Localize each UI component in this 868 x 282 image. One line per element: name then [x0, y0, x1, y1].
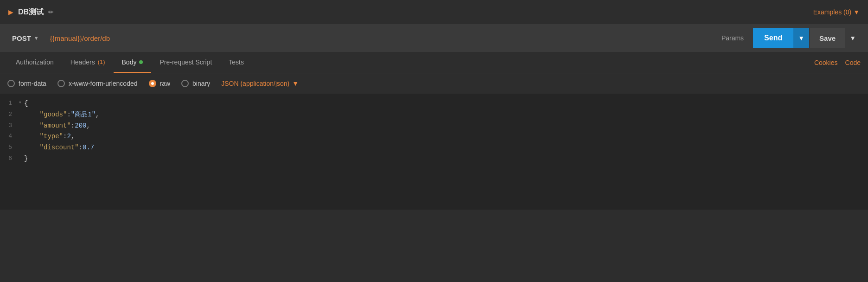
code-content-5: "discount":0.7: [24, 142, 94, 154]
code-link[interactable]: Code: [845, 59, 861, 66]
tab-authorization-label: Authorization: [16, 58, 54, 66]
radio-urlencoded-label: x-www-form-urlencoded: [69, 80, 138, 87]
line-num-4: 4: [5, 131, 19, 141]
edit-icon[interactable]: ✏: [48, 8, 54, 16]
line-num-1: 1: [5, 98, 19, 109]
url-input-wrapper: [44, 34, 712, 42]
code-line-4: 4 "type":2,: [0, 131, 868, 142]
top-bar-left: ▶ DB测试 ✏: [8, 7, 54, 17]
radio-form-data-label: form-data: [19, 80, 46, 87]
radio-urlencoded-circle: [57, 80, 65, 87]
method-chevron-icon: ▼: [34, 35, 39, 41]
code-content-2: "goods":"商品1",: [24, 109, 99, 121]
tabs-left: Authorization Headers (1) Body Pre-reque…: [7, 52, 252, 73]
tab-body-dot-icon: [139, 60, 143, 64]
line-num-3: 3: [5, 121, 19, 131]
save-chevron-button[interactable]: ▼: [845, 28, 861, 48]
tab-tests-label: Tests: [229, 58, 244, 66]
radio-form-data-circle: [7, 80, 15, 87]
code-content-6: }: [24, 154, 28, 165]
line-num-6: 6: [5, 154, 19, 164]
tabs-row: Authorization Headers (1) Body Pre-reque…: [0, 52, 868, 73]
radio-urlencoded[interactable]: x-www-form-urlencoded: [57, 80, 138, 87]
tab-authorization[interactable]: Authorization: [7, 52, 62, 73]
tab-tests[interactable]: Tests: [220, 52, 252, 73]
code-content-4: "type":2,: [24, 131, 75, 142]
radio-binary[interactable]: binary: [181, 80, 210, 87]
collection-arrow-icon: ▶: [8, 8, 13, 16]
code-line-2: 2 "goods":"商品1",: [0, 109, 868, 121]
body-options: form-data x-www-form-urlencoded raw bina…: [0, 73, 868, 94]
tab-body[interactable]: Body: [114, 52, 152, 73]
json-type-label: JSON (application/json): [221, 80, 289, 87]
tab-headers[interactable]: Headers (1): [62, 52, 114, 73]
top-bar: ▶ DB测试 ✏ Examples (0) ▼: [0, 0, 868, 24]
radio-binary-circle: [181, 80, 189, 87]
method-button[interactable]: POST ▼: [7, 31, 44, 46]
send-button[interactable]: Send: [753, 28, 793, 48]
tab-pre-request-label: Pre-request Script: [160, 58, 212, 66]
tab-body-label: Body: [122, 58, 137, 66]
line-num-2: 2: [5, 109, 19, 120]
collection-name: DB测试: [18, 7, 44, 17]
tab-headers-label: Headers: [70, 58, 95, 66]
tab-headers-badge: (1): [98, 58, 105, 65]
tab-pre-request-script[interactable]: Pre-request Script: [151, 52, 220, 73]
code-line-6: 6 }: [0, 154, 868, 165]
code-editor[interactable]: 1 ▾ { 2 "goods":"商品1", 3 "amount":200, 4…: [0, 94, 868, 210]
code-content-3: "amount":200,: [24, 121, 90, 132]
radio-binary-label: binary: [192, 80, 210, 87]
radio-raw-label: raw: [160, 80, 171, 87]
params-button[interactable]: Params: [712, 31, 753, 45]
examples-chevron-icon: ▼: [853, 8, 860, 16]
examples-label: Examples (0): [813, 8, 851, 16]
code-content-1: {: [24, 98, 28, 109]
line-collapse-1[interactable]: ▾: [19, 98, 24, 107]
url-bar: POST ▼ Params Send ▼ Save ▼: [0, 24, 868, 52]
json-type-chevron-icon: ▼: [292, 80, 299, 87]
url-input[interactable]: [50, 34, 706, 42]
examples-button[interactable]: Examples (0) ▼: [813, 8, 860, 16]
radio-raw-circle: [149, 80, 156, 87]
json-type-button[interactable]: JSON (application/json) ▼: [221, 80, 299, 87]
line-num-5: 5: [5, 142, 19, 153]
radio-raw[interactable]: raw: [149, 80, 171, 87]
radio-form-data[interactable]: form-data: [7, 80, 46, 87]
method-label: POST: [12, 34, 31, 42]
code-line-5: 5 "discount":0.7: [0, 142, 868, 154]
code-line-1: 1 ▾ {: [0, 98, 868, 109]
send-chevron-button[interactable]: ▼: [793, 28, 809, 48]
tabs-right: Cookies Code: [814, 59, 861, 66]
cookies-link[interactable]: Cookies: [814, 59, 838, 66]
code-line-3: 3 "amount":200,: [0, 121, 868, 132]
save-button[interactable]: Save: [810, 28, 845, 48]
